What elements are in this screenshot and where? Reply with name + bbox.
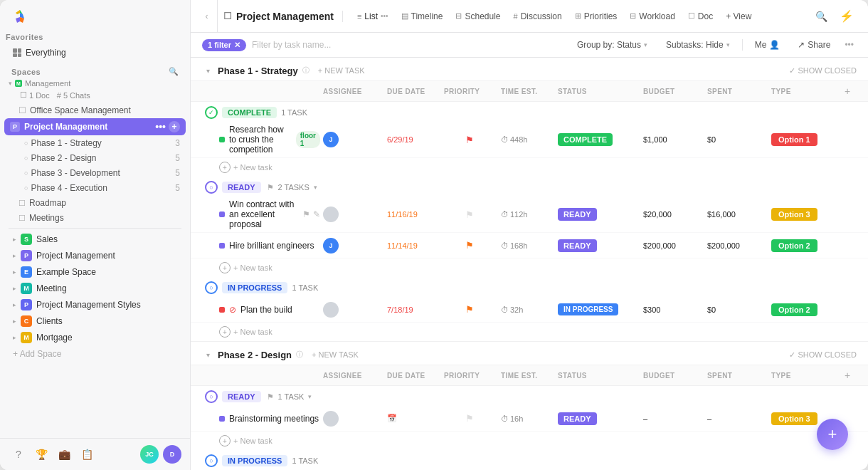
task-name: Hire brilliant engineers <box>229 241 314 251</box>
share-button[interactable]: ↗ Share <box>792 38 836 52</box>
sidebar-item-project-mgmt[interactable]: ▸ P Project Management <box>4 248 186 263</box>
sidebar-item-meeting[interactable]: ▸ M Meeting <box>4 281 186 296</box>
table-row[interactable]: Research how to crush the competition fl… <box>191 122 868 158</box>
add-space-button[interactable]: + Add Space <box>4 346 186 362</box>
pm-add-icon[interactable]: + <box>169 121 180 132</box>
task-color-dot <box>219 416 225 422</box>
tab-discussion[interactable]: # Discussion <box>508 9 568 24</box>
status-group-ready-header[interactable]: ○ READY ⚑ 2 TASKS ▾ <box>191 177 868 197</box>
phase-2-new-task-button[interactable]: + NEW TASK <box>307 349 363 360</box>
sidebar-folder-meetings[interactable]: ☐ Meetings <box>4 211 186 225</box>
time-value: ⏱ 16h <box>501 414 523 423</box>
status-group-in-progress-header[interactable]: ○ IN PROGRESS 1 TASK <box>191 277 868 297</box>
phase-1-new-task-button[interactable]: + NEW TASK <box>314 65 369 76</box>
table-row[interactable]: ⊘ Plan the build 7/18/19 ⚑ <box>191 297 868 323</box>
pm-actions[interactable]: ••• + <box>155 121 180 132</box>
collapse-sidebar-button[interactable]: ‹ <box>202 0 218 33</box>
tab-doc[interactable]: ☐ Doc <box>682 9 719 24</box>
phase-2-header: ▾ Phase 2 - Design ⓘ + NEW TASK ✓ SHOW C… <box>191 342 868 365</box>
tab-more-icon[interactable]: ••• <box>381 12 388 20</box>
fab-button[interactable]: + <box>817 419 848 450</box>
budget-value: $1,000 <box>643 135 667 144</box>
sidebar-item-management[interactable]: ▾ M Management <box>0 78 190 89</box>
main-header: ‹ ☐ Project Management ≡ List ••• ▤ Time… <box>191 0 868 33</box>
sidebar-item-project-management-active[interactable]: P Project Management ••• + <box>4 118 186 135</box>
status-circle-in-progress[interactable]: ○ <box>205 281 218 294</box>
sidebar-item-phase4-execution[interactable]: ○ Phase 4 - Execution 5 <box>4 181 186 195</box>
col-type: TYPE <box>768 83 840 99</box>
table-row[interactable]: Win contract with an excellent proposal … <box>191 197 868 233</box>
app-logo[interactable] <box>9 7 31 30</box>
add-task-button-ready-p2[interactable]: + + New task <box>191 432 868 450</box>
sidebar-item-phase2-design[interactable]: ○ Phase 2 - Design 5 <box>4 151 186 165</box>
management-sub: ☐ 1 Doc # 5 Chats <box>0 89 190 103</box>
status-circle-in-progress-p2[interactable]: ○ <box>205 454 218 467</box>
link-icon[interactable]: ⚑ <box>302 209 310 219</box>
add-task-button-complete[interactable]: + + New task <box>191 158 868 177</box>
tab-list[interactable]: ≡ List ••• <box>351 9 394 24</box>
user-avatar-d[interactable]: D <box>163 445 181 464</box>
status-circle-ready-p2[interactable]: ○ <box>205 390 218 403</box>
task-color-dot <box>219 212 225 217</box>
group-by-label: Group by: Status <box>577 40 641 50</box>
notes-icon[interactable]: 📋 <box>77 444 97 464</box>
table-row[interactable]: Hire brilliant engineers J 11/14/19 ⚑ ⏱ <box>191 233 868 258</box>
sidebar-item-office-space[interactable]: ☐ Office Space Management <box>4 103 186 118</box>
status-group-complete-header[interactable]: ✓ COMPLETE 1 TASK <box>191 102 868 122</box>
table-row[interactable]: Brainstorming meetings 📅 ⚑ ⏱ 16h <box>191 406 868 432</box>
info-icon[interactable]: ⓘ <box>302 66 309 75</box>
status-circle-complete[interactable]: ✓ <box>205 106 218 119</box>
sidebar-item-everything[interactable]: Everything <box>4 45 186 61</box>
spaces-search-icon[interactable]: 🔍 <box>169 67 179 76</box>
info-icon[interactable]: ⓘ <box>296 350 303 360</box>
complete-count: 1 TASK <box>281 108 307 117</box>
user-avatar-jc[interactable]: JC <box>140 445 159 464</box>
me-button[interactable]: Me 👤 <box>748 37 787 53</box>
ready-p2-expand-icon[interactable]: ▾ <box>308 393 312 400</box>
spent-value: – <box>707 414 711 423</box>
task-priority: ⚑ <box>441 413 498 424</box>
status-badge: COMPLETE <box>558 133 613 146</box>
tab-priorities[interactable]: ⊞ Priorities <box>569 9 623 24</box>
status-group-in-progress-p2-header[interactable]: ○ IN PROGRESS 1 TASK <box>191 450 868 470</box>
sidebar-item-pm-styles[interactable]: ▸ P Project Management Styles <box>4 297 186 313</box>
trophy-icon[interactable]: 🏆 <box>31 444 51 464</box>
phase-1-expand-icon[interactable]: ▾ <box>202 65 213 76</box>
search-input[interactable] <box>252 40 565 50</box>
sidebar-item-clients[interactable]: ▸ C Clients <box>4 313 186 329</box>
help-icon[interactable]: ? <box>9 444 28 464</box>
tab-workload[interactable]: ⊟ Workload <box>624 9 680 24</box>
sidebar-folder-roadmap[interactable]: ☐ Roadmap <box>4 196 186 210</box>
lightning-button[interactable]: ⚡ <box>837 6 857 26</box>
sidebar-item-sales[interactable]: ▸ S Sales <box>4 231 186 247</box>
sidebar-item-example-space[interactable]: ▸ E Example Space <box>4 264 186 280</box>
briefcase-icon[interactable]: 💼 <box>54 444 74 464</box>
phase-1-show-closed-button[interactable]: ✓ SHOW CLOSED <box>789 66 857 75</box>
more-options-button[interactable]: ••• <box>842 38 857 51</box>
edit-icon[interactable]: ✎ <box>313 209 320 219</box>
tab-add-view[interactable]: + View <box>720 9 757 24</box>
pm-more-icon[interactable]: ••• <box>155 121 166 132</box>
add-column-button[interactable]: + <box>840 83 855 99</box>
search-button[interactable]: 🔍 <box>811 6 831 26</box>
filter-clear-button[interactable]: ✕ <box>234 41 240 50</box>
status-group-ready-p2-header[interactable]: ○ READY ⚑ 1 TASK ▾ <box>191 386 868 406</box>
sidebar-item-mortgage[interactable]: ▸ M Mortgage <box>4 330 186 345</box>
status-circle-ready[interactable]: ○ <box>205 181 218 194</box>
date-value: 11/14/19 <box>387 241 418 250</box>
tab-schedule[interactable]: ⊟ Schedule <box>450 9 506 24</box>
add-column-button-p2[interactable]: + <box>840 367 855 383</box>
add-task-button-ready[interactable]: + + New task <box>191 258 868 277</box>
filter-badge[interactable]: 1 filter ✕ <box>202 39 246 51</box>
tab-timeline[interactable]: ▤ Timeline <box>396 9 449 24</box>
sidebar-item-phase3-development[interactable]: ○ Phase 3 - Development 5 <box>4 166 186 180</box>
phase-2-expand-icon[interactable]: ▾ <box>202 349 213 360</box>
add-task-button-in-progress[interactable]: + + New task <box>191 323 868 341</box>
priority-flag-icon: ⚑ <box>465 240 474 251</box>
col-time-est-p2: TIME EST. <box>498 367 555 383</box>
group-by-button[interactable]: Group by: Status ▾ <box>571 37 654 53</box>
sidebar-item-phase1-strategy[interactable]: ○ Phase 1 - Strategy 3 <box>4 136 186 150</box>
ready-expand-icon[interactable]: ▾ <box>314 184 317 191</box>
phase-2-show-closed-button[interactable]: ✓ SHOW CLOSED <box>789 350 857 360</box>
subtasks-button[interactable]: Subtasks: Hide ▾ <box>660 37 736 53</box>
